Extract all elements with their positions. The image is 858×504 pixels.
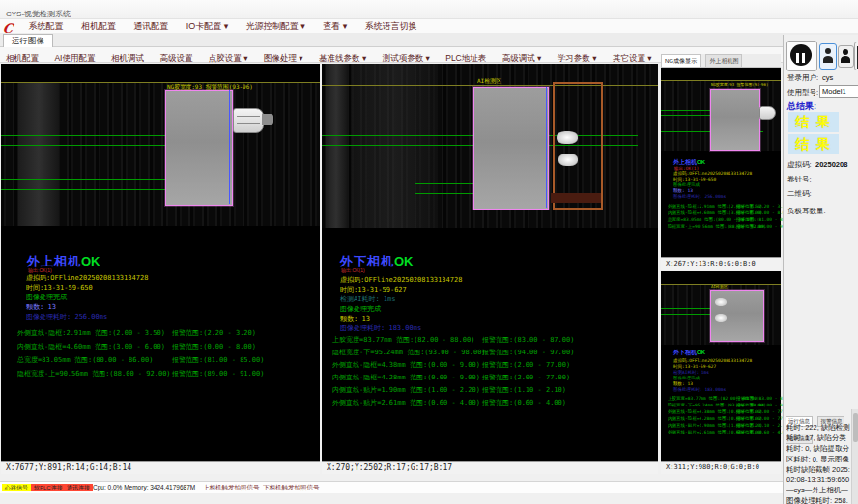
menu-system-config[interactable]: 系统配置 <box>21 19 70 33</box>
info-tabs: 运行信息 报警信息 错误信息 <box>786 409 853 420</box>
cell-block <box>710 89 760 151</box>
tool-image-processing[interactable]: 图像处理 ▾ <box>258 51 309 65</box>
alarm-range: 报警范围:(89.00 - 91.00) <box>172 369 264 378</box>
tool-glue-settings[interactable]: 点胶设置 ▾ <box>203 51 254 65</box>
output-line: 输出:OK(1) <box>341 267 365 273</box>
tab-run-image[interactable]: 运行图像 <box>3 34 53 47</box>
menu-language-switch[interactable]: 系统语言切换 <box>358 19 424 33</box>
mini-view-lower[interactable]: AI检测区 外下相机OK 虚拟码:OFFline2025020813313472… <box>661 271 781 474</box>
alarm-range: 报警范围:(83.00 - 87.00) <box>482 335 574 345</box>
lower-camera-trigger-status: 下相机触发拍照信号 <box>263 484 320 492</box>
exit-button[interactable] <box>854 42 858 70</box>
machine-column <box>326 64 347 228</box>
mini-ai-time-line: 检测AI耗时: 1ms <box>673 370 709 375</box>
ai-time-line: 检测AI耗时: 1ms <box>340 294 396 304</box>
mini-time-line: 时间:13-31-59-650 <box>673 177 716 182</box>
barcode-value: 20250208 <box>815 160 847 169</box>
negative-tab-count-label: 负极耳数量: <box>787 207 826 216</box>
tool-plc-address-table[interactable]: PLC地址表 <box>440 51 492 65</box>
result-box-lower: 结 果 <box>788 134 839 154</box>
tab-ng-display[interactable]: NG成像显示 <box>661 54 701 67</box>
tool-advanced-debug[interactable]: 高级调试 ▾ <box>497 51 548 65</box>
pixel-coordinate-status: X:311;Y:980;R:0;G:0;B:0 <box>661 461 781 474</box>
tool-other-settings[interactable]: 其它设置 ▾ <box>607 51 658 65</box>
pixel-coordinate-status: X:270;Y:2502;R:17;G:17;B:17 <box>322 461 658 474</box>
tool-advanced-settings[interactable]: 高级设置 <box>154 51 198 65</box>
reference-line-yellow <box>1 82 320 83</box>
tool-ai-config[interactable]: AI使用配置 <box>48 51 100 65</box>
time-line: 时间:13-31-59-650 <box>26 283 93 293</box>
measurement-row: 外侧直线-隐框=4.38mm 范围:(0.00 - 9.00) <box>332 360 480 370</box>
machine-column <box>18 83 59 226</box>
mini-count-line: 颗数: 13 <box>673 188 693 193</box>
mini-view-tabs: NG成像显示 外上相机图 外下相机图 <box>661 54 781 68</box>
alarm-range: 报警范围:(1.10 - 2.10) <box>482 385 566 395</box>
measurement-row: 内侧直线-贴片=1.90mm 范围:(1.00 - 2.20) <box>332 385 480 395</box>
cell-block <box>473 87 549 210</box>
pixel-coordinate-status: X:7677;Y:891;R:14;G:14;B:14 <box>1 461 320 474</box>
tool-baseline-params[interactable]: 基准线参数 ▾ <box>313 51 372 65</box>
model-select[interactable]: Model1 <box>819 85 858 98</box>
elapsed-line: 图像处理耗时: 256.00ms <box>26 312 107 322</box>
info-scrollbar[interactable] <box>851 409 858 504</box>
user-icon <box>825 48 831 54</box>
alarm-range: 报警范围:(2.00 - 77.00) <box>482 360 570 370</box>
menu-view[interactable]: 查看 ▾ <box>316 19 354 33</box>
count-line: 颗数: 13 <box>340 314 370 323</box>
bright-feature <box>558 154 578 166</box>
mini-view-upper[interactable]: NG胶宽度:93 报警范围(93-96) 外上相机OK 输出:OK(1) 虚拟码… <box>661 68 781 270</box>
tool-test-params[interactable]: 测试项参数 ▾ <box>377 51 436 65</box>
tab-connector <box>759 106 776 120</box>
measurement-row: 内侧直线-隐框=4.60mm 范围:(3.00 - 6.00) <box>17 342 165 351</box>
ai-region-label: AI检测区 <box>711 284 728 289</box>
user-switch-button[interactable] <box>838 45 854 68</box>
menu-light-config[interactable]: 光源控制配置 ▾ <box>240 19 312 33</box>
mini-count-line: 颗数: 13 <box>673 381 693 386</box>
tab-row: 运行图像 <box>0 33 858 47</box>
tab-connector-stub <box>262 114 273 125</box>
bright-feature <box>715 298 727 306</box>
measurement-row: 总宽度=83.05mm 范围:(80.00 - 86.00) <box>17 355 153 365</box>
menu-bar: C 系统配置 相机配置 通讯配置 IO卡配置 ▾ 光源控制配置 ▾ 查看 ▾ 系… <box>0 19 858 33</box>
alarm-range: 报警范围:(0.00 - 8.00) <box>172 342 256 351</box>
mini-elapsed-line: 图像处理耗时: 183.00ms <box>673 387 726 392</box>
pause-icon <box>790 44 812 66</box>
menu-comm-config[interactable]: 通讯配置 <box>127 19 175 33</box>
tab-upper-camera-image[interactable]: 外上相机图 <box>705 54 742 67</box>
edge-line-blue <box>229 90 230 204</box>
tool-camera-debug[interactable]: 相机调试 <box>105 51 150 65</box>
bright-feature <box>557 131 578 144</box>
tool-camera-config[interactable]: 相机配置 <box>0 51 44 65</box>
mini-time-line: 时间:13-31-59-627 <box>673 364 716 369</box>
right-control-panel: 登录用户: cys 使用型号: Model1 总结果: 结 果 结 果 虚拟码:… <box>783 35 858 504</box>
camera-view-upper[interactable]: NG胶宽度:93 报警范围(93-96) 外上相机OK 输出:OK(1) 虚拟码… <box>1 64 320 474</box>
measurement-row: 上胶宽度=83.77mm 范围:(82.00 - 88.00) <box>332 335 474 345</box>
result-box-upper: 结 果 <box>788 112 839 132</box>
title-bar: CYS-视觉检测系统 <box>0 0 858 19</box>
time-line: 时间:13-31-59-627 <box>340 285 407 294</box>
camera-view-lower[interactable]: AI检测区 外下相机OK 输出:OK(1) 虚拟码:OFFline2025020… <box>322 64 658 474</box>
mini-elapsed-line: 图像处理耗时: 256.00ms <box>673 194 726 199</box>
cpu-memory-status: Cpu: 0.0% Memory: 3424.4179687M <box>93 484 195 490</box>
model-label: 使用型号: <box>787 88 818 98</box>
menu-io-config[interactable]: IO卡配置 ▾ <box>180 19 236 33</box>
pause-button[interactable] <box>786 41 817 71</box>
count-line: 颗数: 13 <box>26 302 56 312</box>
mini-barcode-line: 虚拟码:OFFline20250208133134728 <box>673 358 752 363</box>
result-ok-text: OK <box>81 254 100 268</box>
edge-line-blue <box>546 87 547 208</box>
tab-connector <box>233 108 264 133</box>
comm-connection-badge: 通讯连接 <box>64 484 93 491</box>
needle-number-label: 卷针号: <box>787 175 812 184</box>
plc-connection-badge: 软PLC连接 <box>31 484 66 491</box>
barcode-label: 虚拟码: <box>787 160 812 170</box>
tool-learning-params[interactable]: 学习参数 ▾ <box>552 51 603 65</box>
ai-region-label: AI检测区 <box>477 77 501 86</box>
login-user-button[interactable] <box>819 43 837 70</box>
menu-camera-config[interactable]: 相机配置 <box>74 19 123 33</box>
dark-red-band <box>551 193 601 203</box>
barcode-line: 虚拟码:OFFline20250208133134728 <box>340 275 462 285</box>
info-scrollbar-thumb[interactable] <box>853 413 858 442</box>
qrcode-label: 二维码: <box>787 189 812 199</box>
mini-camera-title: 外下相机OK <box>673 349 705 357</box>
